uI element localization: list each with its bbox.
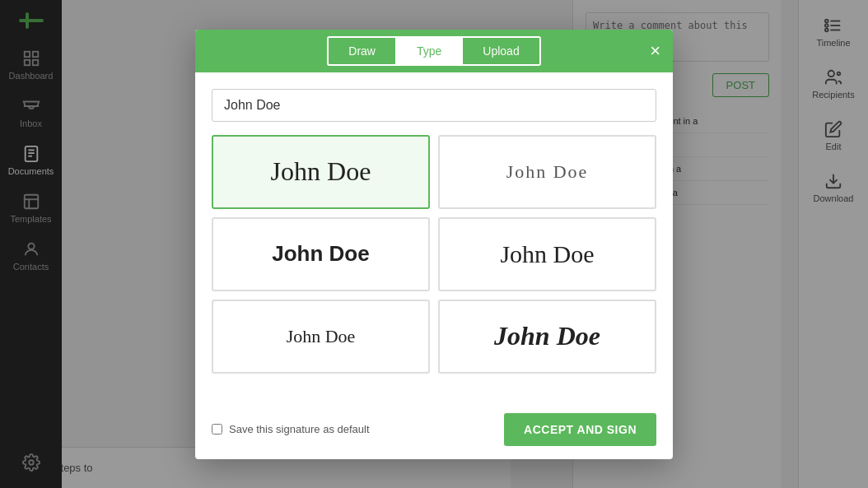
sig-option-6[interactable]: John Doe [438, 300, 656, 374]
tab-upload[interactable]: Upload [463, 36, 540, 66]
tab-type[interactable]: Type [397, 36, 463, 66]
sig-text-2: John Doe [506, 161, 589, 183]
sig-option-4[interactable]: John Doe [438, 217, 656, 291]
modal-header: Draw Type Upload × [195, 30, 673, 72]
sig-text-5: John Doe [287, 326, 356, 347]
sig-option-2[interactable]: John Doe [438, 135, 656, 209]
sig-text-6: John Doe [494, 321, 600, 351]
tab-group: Draw Type Upload [327, 36, 540, 66]
accept-and-sign-button[interactable]: ACCEPT AND SIGN [504, 413, 656, 446]
modal-body: John Doe John Doe John Doe John Doe John… [195, 72, 673, 403]
sig-option-1[interactable]: John Doe [212, 135, 430, 209]
signature-options-grid: John Doe John Doe John Doe John Doe John… [212, 135, 656, 374]
save-default-label[interactable]: Save this signature as default [212, 423, 370, 435]
modal-overlay: Draw Type Upload × John Doe John Doe Joh… [0, 0, 868, 488]
modal-footer: Save this signature as default ACCEPT AN… [195, 403, 673, 459]
signature-modal: Draw Type Upload × John Doe John Doe Joh… [195, 30, 673, 459]
signature-name-input[interactable] [212, 89, 656, 122]
sig-option-3[interactable]: John Doe [212, 217, 430, 291]
modal-close-button[interactable]: × [650, 42, 660, 60]
save-default-checkbox[interactable] [212, 424, 222, 435]
sig-text-3: John Doe [272, 241, 369, 267]
sig-option-5[interactable]: John Doe [212, 300, 430, 374]
sig-text-4: John Doe [500, 240, 594, 268]
tab-draw[interactable]: Draw [327, 36, 397, 66]
sig-text-1: John Doe [271, 156, 371, 187]
save-default-text: Save this signature as default [229, 423, 370, 435]
